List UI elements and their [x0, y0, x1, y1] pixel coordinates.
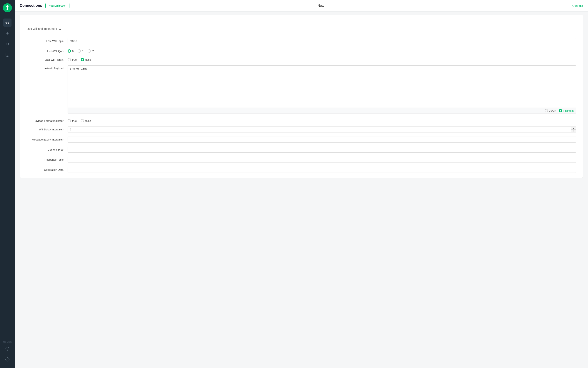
payload-textarea[interactable]: I'm offline	[68, 66, 576, 107]
format-json-radio[interactable]	[545, 109, 548, 112]
pfi-false-option[interactable]: false	[81, 119, 91, 122]
content-type-control	[68, 147, 576, 153]
page-title: New	[318, 4, 324, 8]
last-will-retain-label: Last-Will Retain	[26, 57, 68, 61]
payload-format-indicator-label: Payload Format Indicator	[26, 118, 68, 122]
back-chevron: ‹	[52, 4, 53, 7]
format-json-option[interactable]: JSON	[545, 109, 556, 112]
sidebar-bottom: No Data	[3, 339, 11, 365]
payload-format-indicator-row: Payload Format Indicator true false	[26, 118, 576, 122]
pfi-true-label: true	[72, 119, 77, 122]
connect-button[interactable]: Connect	[572, 4, 583, 7]
pfi-true-option[interactable]: true	[68, 119, 77, 122]
pfi-false-radio[interactable]	[81, 119, 84, 122]
will-delay-interval-label: Will Delay Interval(s)	[26, 127, 68, 131]
last-will-payload-label: Last-Will Payload	[26, 65, 68, 70]
content-type-row: Content Type	[26, 147, 576, 153]
correlation-data-row: Correlation Data	[26, 167, 576, 173]
qos-2-radio[interactable]	[88, 49, 91, 53]
retain-true-option[interactable]: true	[68, 58, 77, 61]
last-will-retain-control: true false	[68, 57, 576, 61]
correlation-data-input[interactable]	[68, 167, 576, 173]
message-expiry-interval-row: Message Expiry Interval(s)	[26, 137, 576, 143]
content-area: Last Will and Testament ▲ Last-Will Topi…	[15, 11, 588, 368]
textarea-wrapper: I'm offline JSON Plaintext	[68, 65, 576, 114]
message-expiry-interval-input[interactable]	[68, 137, 576, 143]
sidebar-item-add[interactable]	[3, 29, 11, 37]
format-plaintext-label: Plaintext	[563, 109, 574, 112]
format-plaintext-option[interactable]: Plaintext	[559, 109, 574, 112]
qos-2-option[interactable]: 2	[88, 49, 94, 53]
retain-true-label: true	[72, 58, 77, 61]
payload-format-indicator-control: true false	[68, 118, 576, 122]
format-plaintext-radio[interactable]	[559, 109, 562, 112]
app-title: Connections	[20, 3, 42, 8]
last-will-qos-label: Last-Will QoS	[26, 48, 68, 53]
spinner-down[interactable]: ▼	[571, 129, 576, 132]
retain-false-radio[interactable]	[81, 58, 84, 61]
last-will-topic-control	[68, 38, 576, 44]
qos-2-label: 2	[92, 50, 94, 53]
last-will-topic-label: Last-Will Topic	[26, 38, 68, 43]
section-collapse-icon: ▲	[59, 27, 61, 30]
pfi-true-radio[interactable]	[68, 119, 71, 122]
response-topic-control	[68, 157, 576, 163]
back-button[interactable]: ‹ Back	[52, 4, 60, 7]
response-topic-label: Response Topic	[26, 157, 68, 161]
content-type-input[interactable]	[68, 147, 576, 153]
will-delay-interval-wrapper: ▲ ▼	[68, 127, 576, 132]
section-title: Last Will and Testament	[26, 27, 57, 30]
sidebar-item-code[interactable]	[3, 40, 11, 48]
sidebar-logo[interactable]	[3, 3, 12, 12]
last-will-qos-control: 0 1 2	[68, 48, 576, 53]
sidebar: No Data	[0, 0, 15, 368]
will-delay-interval-control: ▲ ▼	[68, 127, 576, 132]
correlation-data-label: Correlation Data	[26, 167, 68, 171]
topbar-center: New	[70, 4, 572, 8]
back-label: Back	[54, 4, 60, 7]
svg-point-10	[6, 53, 9, 54]
last-will-qos-row: Last-Will QoS 0 1 2	[26, 48, 576, 53]
qos-1-label: 1	[82, 50, 84, 53]
previous-section-stub	[20, 15, 583, 25]
last-will-topic-row: Last-Will Topic	[26, 38, 576, 44]
main-area: Connections New Collection ‹ Back New Co…	[15, 0, 588, 368]
spinner-up[interactable]: ▲	[571, 127, 576, 129]
no-data-label: No Data	[3, 340, 11, 343]
retain-false-label: false	[85, 58, 91, 61]
form-card: Last-Will Topic Last-Will QoS 0 1	[20, 33, 583, 178]
last-will-payload-control: I'm offline JSON Plaintext	[68, 65, 576, 114]
last-will-payload-row: Last-Will Payload I'm offline JSON Plain…	[26, 65, 576, 114]
sidebar-item-connections[interactable]	[3, 18, 11, 27]
retain-true-radio[interactable]	[68, 58, 71, 61]
qos-0-radio[interactable]	[68, 49, 71, 53]
last-will-topic-input[interactable]	[68, 38, 576, 44]
qos-0-label: 0	[72, 50, 74, 53]
spinner-buttons: ▲ ▼	[571, 127, 576, 132]
section-header[interactable]: Last Will and Testament ▲	[20, 25, 583, 33]
pfi-false-label: false	[85, 119, 91, 122]
svg-rect-1	[6, 22, 7, 23]
format-json-label: JSON	[549, 109, 556, 112]
sidebar-item-settings[interactable]	[3, 355, 11, 363]
format-bar: JSON Plaintext	[68, 108, 576, 114]
will-delay-interval-input[interactable]	[68, 127, 576, 132]
response-topic-row: Response Topic	[26, 157, 576, 163]
topbar: Connections New Collection ‹ Back New Co…	[15, 0, 588, 11]
retain-false-option[interactable]: false	[81, 58, 91, 61]
content-type-label: Content Type	[26, 147, 68, 151]
message-expiry-interval-control	[68, 137, 576, 143]
sidebar-item-database[interactable]	[3, 51, 11, 59]
response-topic-input[interactable]	[68, 157, 576, 163]
message-expiry-interval-label: Message Expiry Interval(s)	[26, 137, 68, 141]
last-will-retain-row: Last-Will Retain true false	[26, 57, 576, 61]
svg-rect-2	[8, 22, 9, 23]
qos-0-option[interactable]: 0	[68, 49, 74, 53]
svg-point-14	[7, 359, 8, 360]
sidebar-item-info[interactable]	[3, 345, 11, 353]
qos-1-option[interactable]: 1	[78, 49, 84, 53]
will-delay-interval-row: Will Delay Interval(s) ▲ ▼	[26, 127, 576, 132]
qos-1-radio[interactable]	[78, 49, 81, 53]
correlation-data-control	[68, 167, 576, 173]
